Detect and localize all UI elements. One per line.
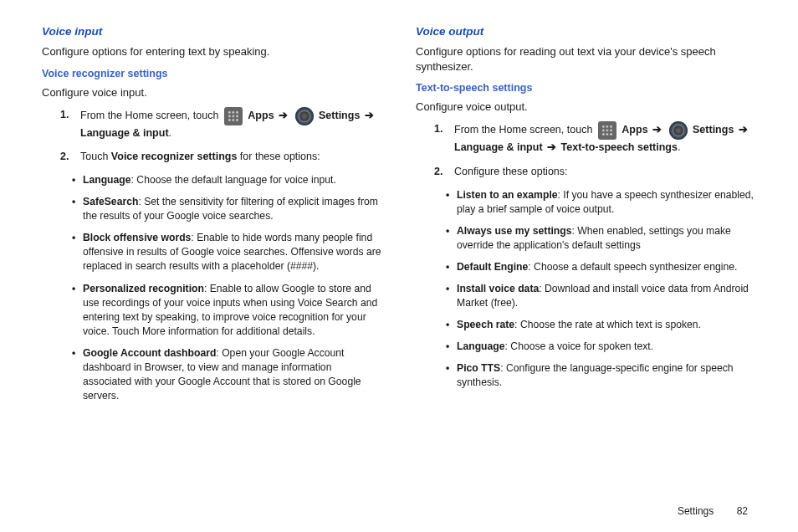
left-column: Voice input Configure options for enteri… — [42, 25, 382, 411]
step-2-left: 2. Touch Voice recognizer settings for t… — [42, 149, 382, 165]
bullet-bold: Google Account dashboard — [83, 347, 216, 359]
list-item: Speech rate: Choose the rate at which te… — [446, 318, 756, 332]
list-item: Listen to an example: If you have a spee… — [446, 188, 756, 217]
bullet-bold: Pico TTS — [457, 362, 500, 374]
language-input-label: Language & input — [80, 127, 169, 139]
apps-icon — [224, 107, 243, 125]
manual-page: Voice input Configure options for enteri… — [0, 0, 798, 427]
bullet-bold: Language — [83, 174, 131, 186]
settings-label: Settings — [693, 124, 734, 136]
subtitle-tts-settings: Text-to-speech settings — [416, 82, 756, 94]
step-body: Configure these options: — [454, 164, 756, 180]
step-body: From the Home screen, touch Apps ➔ Setti… — [80, 107, 382, 141]
step1-text-a: From the Home screen, touch — [80, 110, 218, 121]
tts-settings-intro: Configure voice output. — [416, 100, 756, 113]
list-item: Always use my settings: When enabled, se… — [446, 224, 756, 253]
list-item: Personalized recognition: Enable to allo… — [72, 282, 382, 339]
arrow-icon: ➔ — [652, 124, 662, 136]
bullet-rest: : Choose the default language for voice … — [131, 174, 336, 186]
bullet-bold: Speech rate — [457, 319, 514, 330]
tts-settings-label: Text-to-speech settings — [561, 141, 678, 153]
voice-recognizer-settings-label: Voice recognizer settings — [111, 151, 238, 162]
step-number: 1. — [434, 121, 454, 156]
apps-label: Apps — [248, 110, 274, 121]
settings-icon — [295, 107, 314, 125]
bullet-bold: Language — [457, 340, 505, 352]
voice-recognizer-intro: Configure voice input. — [42, 86, 382, 99]
step-number: 1. — [60, 107, 80, 141]
settings-label: Settings — [319, 110, 360, 121]
arrow-icon: ➔ — [365, 110, 374, 121]
page-number: 82 — [737, 505, 748, 517]
bullet-bold: SafeSearch — [83, 196, 138, 207]
step-body: Touch Voice recognizer settings for thes… — [80, 149, 382, 165]
list-item: Language: Choose the default language fo… — [72, 173, 382, 187]
step-2-right: 2. Configure these options: — [416, 164, 756, 180]
list-item: Pico TTS: Configure the language-specifi… — [446, 361, 756, 390]
right-bullet-list: Listen to an example: If you have a spee… — [416, 188, 756, 391]
step-number: 2. — [434, 164, 454, 180]
bullet-bold: Block offensive words — [83, 232, 191, 243]
settings-icon — [669, 121, 688, 140]
step2-text-a: Configure these options: — [454, 166, 568, 177]
bullet-bold: Install voice data — [457, 283, 539, 294]
arrow-icon: ➔ — [739, 124, 748, 136]
bullet-bold: Listen to an example — [457, 189, 558, 201]
step-1-left: 1. From the Home screen, touch Apps ➔ Se… — [42, 107, 382, 141]
arrow-icon: ➔ — [279, 110, 288, 121]
list-item: SafeSearch: Set the sensitivity for filt… — [72, 195, 382, 223]
step-body: From the Home screen, touch Apps ➔ Setti… — [454, 121, 756, 156]
list-item: Block offensive words: Enable to hide wo… — [72, 231, 382, 274]
apps-icon — [598, 121, 616, 140]
apps-label: Apps — [622, 124, 647, 136]
arrow-icon: ➔ — [547, 141, 556, 153]
bullet-rest: : Choose the rate at which text is spoke… — [514, 319, 701, 330]
step2-text-c: for these options: — [240, 151, 320, 162]
section-title-voice-output: Voice output — [416, 25, 756, 38]
step1-text-a: From the Home screen, touch — [454, 124, 592, 136]
bullet-bold: Default Engine — [457, 261, 528, 273]
voice-input-intro: Configure options for entering text by s… — [42, 44, 382, 59]
voice-output-intro: Configure options for reading out text v… — [416, 44, 756, 74]
right-column: Voice output Configure options for readi… — [416, 25, 756, 411]
step-number: 2. — [60, 149, 80, 165]
bullet-bold: Always use my settings — [457, 225, 572, 237]
footer-section: Settings — [678, 505, 714, 517]
subtitle-voice-recognizer: Voice recognizer settings — [42, 68, 382, 79]
list-item: Install voice data: Download and install… — [446, 282, 756, 310]
step2-text-a: Touch — [80, 151, 108, 162]
left-bullet-list: Language: Choose the default language fo… — [42, 173, 382, 403]
bullet-rest: : Choose a default speech synthesizer en… — [528, 261, 737, 273]
language-input-label: Language & input — [454, 141, 543, 153]
list-item: Language: Choose a voice for spoken text… — [446, 340, 756, 354]
bullet-rest: : Choose a voice for spoken text. — [505, 340, 654, 352]
page-footer: Settings 82 — [678, 505, 748, 517]
bullet-bold: Personalized recognition — [83, 283, 204, 294]
list-item: Default Engine: Choose a default speech … — [446, 260, 756, 274]
list-item: Google Account dashboard: Open your Goog… — [72, 346, 382, 403]
section-title-voice-input: Voice input — [42, 25, 382, 38]
step-1-right: 1. From the Home screen, touch Apps ➔ Se… — [416, 121, 756, 156]
